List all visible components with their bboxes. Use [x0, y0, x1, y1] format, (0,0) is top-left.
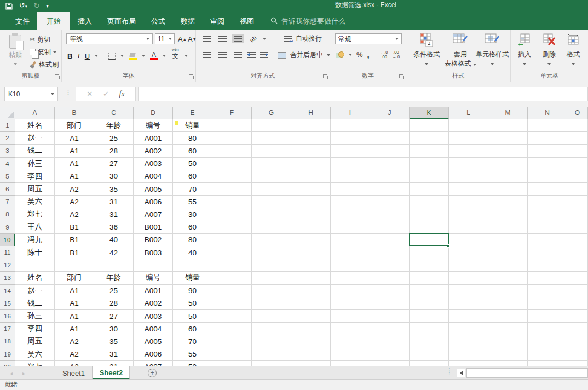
cell-E10[interactable]: 80 — [173, 234, 212, 246]
row-header-8[interactable]: 8 — [0, 208, 15, 221]
copy-button[interactable]: 复制 — [30, 47, 56, 57]
conditional-dropdown-caret[interactable] — [425, 63, 428, 65]
cell-J16[interactable] — [370, 310, 410, 323]
column-header-B[interactable]: B — [55, 107, 94, 119]
cell-N15[interactable] — [528, 297, 567, 310]
name-box[interactable]: K10 — [4, 87, 58, 101]
cell-H12[interactable] — [291, 259, 331, 272]
cell-E5[interactable]: 60 — [173, 170, 212, 183]
fill-color-icon[interactable] — [129, 53, 137, 60]
format-as-table-button[interactable]: 套用 表格格式 — [445, 33, 476, 68]
cell-L3[interactable] — [449, 145, 488, 157]
cancel-icon[interactable]: ✕ — [87, 90, 93, 98]
column-header-A[interactable]: A — [15, 107, 55, 119]
cell-A6[interactable]: 周五 — [15, 183, 55, 196]
cell-N17[interactable] — [528, 323, 567, 335]
grow-font-button[interactable]: A▲ — [178, 33, 187, 44]
cell-D11[interactable]: B003 — [134, 246, 173, 259]
cell-A11[interactable]: 陈十 — [15, 246, 55, 259]
cell-K11[interactable] — [410, 246, 449, 259]
alignment-dialog-launcher[interactable] — [322, 74, 328, 79]
cell-F1[interactable] — [212, 119, 252, 132]
cell-C2[interactable]: 25 — [94, 132, 134, 145]
cell-C18[interactable]: 35 — [94, 335, 134, 348]
font-dialog-launcher[interactable] — [188, 74, 194, 79]
shrink-font-button[interactable]: A▼ — [188, 33, 197, 44]
cell-O6[interactable] — [567, 183, 588, 196]
cell-A7[interactable]: 吴六 — [15, 196, 55, 208]
row-header-10[interactable]: 10 — [0, 234, 15, 246]
number-dialog-launcher[interactable] — [399, 74, 404, 79]
underline-dropdown-caret[interactable] — [95, 55, 98, 57]
cell-A20[interactable]: 郑七 — [15, 361, 55, 366]
row-header-19[interactable]: 19 — [0, 348, 15, 361]
cell-G2[interactable] — [252, 132, 291, 145]
row-header-2[interactable]: 2 — [0, 132, 15, 145]
cell-E13[interactable]: 销量 — [173, 272, 212, 284]
cell-O15[interactable] — [567, 297, 588, 310]
cell-G10[interactable] — [252, 234, 291, 246]
row-header-11[interactable]: 11 — [0, 246, 15, 259]
cell-K12[interactable] — [410, 259, 449, 272]
format-cells-button[interactable]: 格式 — [564, 33, 583, 67]
cell-C20[interactable]: 31 — [94, 361, 134, 366]
cell-D15[interactable]: A002 — [134, 297, 173, 310]
cell-D3[interactable]: A002 — [134, 145, 173, 157]
cell-I10[interactable] — [331, 234, 370, 246]
cell-E17[interactable]: 60 — [173, 323, 212, 335]
cell-J20[interactable] — [370, 361, 410, 366]
cell-F10[interactable] — [212, 234, 252, 246]
cell-N7[interactable] — [528, 196, 567, 208]
cell-J13[interactable] — [370, 272, 410, 284]
cell-J8[interactable] — [370, 208, 410, 221]
cell-B5[interactable]: A1 — [55, 170, 94, 183]
cell-E4[interactable]: 50 — [173, 158, 212, 170]
cell-O2[interactable] — [567, 132, 588, 145]
cell-K15[interactable] — [410, 297, 449, 310]
row-header-4[interactable]: 4 — [0, 158, 15, 170]
cell-J14[interactable] — [370, 285, 410, 297]
cell-C15[interactable]: 28 — [94, 297, 134, 310]
cell-M13[interactable] — [488, 272, 528, 284]
cell-J17[interactable] — [370, 323, 410, 335]
cell-M2[interactable] — [488, 132, 528, 145]
cell-G1[interactable] — [252, 119, 291, 132]
cell-L17[interactable] — [449, 323, 488, 335]
cell-M6[interactable] — [488, 183, 528, 196]
tab-view[interactable]: 视图 — [232, 12, 262, 30]
cell-L19[interactable] — [449, 348, 488, 361]
cell-J9[interactable] — [370, 221, 410, 234]
cell-B19[interactable]: A2 — [55, 348, 94, 361]
cell-B20[interactable]: A2 — [55, 361, 94, 366]
cell-L7[interactable] — [449, 196, 488, 208]
cell-M14[interactable] — [488, 285, 528, 297]
cell-O13[interactable] — [567, 272, 588, 284]
delete-dropdown-caret[interactable] — [547, 63, 551, 65]
merge-center-button[interactable]: 合并后居中 — [290, 50, 323, 60]
cell-N3[interactable] — [528, 145, 567, 157]
cell-H8[interactable] — [291, 208, 331, 221]
cell-I20[interactable] — [331, 361, 370, 366]
tab-page-layout[interactable]: 页面布局 — [100, 12, 143, 30]
cell-I3[interactable] — [331, 145, 370, 157]
cell-M16[interactable] — [488, 310, 528, 323]
cell-A18[interactable]: 周五 — [15, 335, 55, 348]
cell-E16[interactable]: 50 — [173, 310, 212, 323]
cell-O7[interactable] — [567, 196, 588, 208]
name-box-caret[interactable] — [51, 93, 54, 95]
cell-E12[interactable] — [173, 259, 212, 272]
cell-F17[interactable] — [212, 323, 252, 335]
delete-cells-button[interactable]: 删除 — [540, 33, 558, 67]
cell-F19[interactable] — [212, 348, 252, 361]
cell-O20[interactable] — [567, 361, 588, 366]
cell-G8[interactable] — [252, 208, 291, 221]
cell-O1[interactable] — [567, 119, 588, 132]
sheet-tab-sheet2[interactable]: Sheet2 — [93, 366, 130, 380]
cell-E1[interactable]: 销量 — [173, 119, 212, 132]
cell-D18[interactable]: A005 — [134, 335, 173, 348]
row-header-18[interactable]: 18 — [0, 335, 15, 348]
cell-J15[interactable] — [370, 297, 410, 310]
cell-N2[interactable] — [528, 132, 567, 145]
cell-M10[interactable] — [488, 234, 528, 246]
cell-O5[interactable] — [567, 170, 588, 183]
